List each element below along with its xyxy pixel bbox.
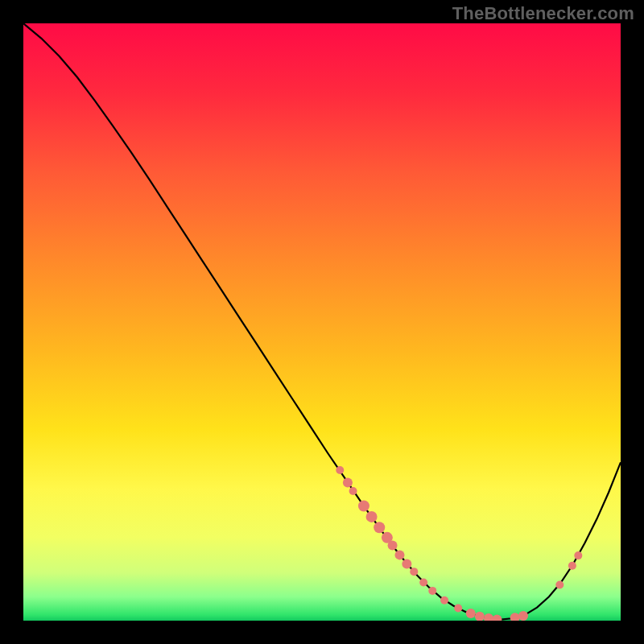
data-marker bbox=[366, 511, 378, 522]
data-marker bbox=[349, 487, 357, 495]
data-marker bbox=[343, 478, 353, 488]
data-marker bbox=[454, 604, 462, 612]
data-marker bbox=[568, 562, 576, 570]
watermark-text: TheBottlenecker.com bbox=[452, 3, 634, 24]
data-marker bbox=[394, 550, 404, 559]
data-marker bbox=[358, 501, 369, 512]
data-marker bbox=[428, 587, 436, 595]
data-marker bbox=[440, 597, 448, 605]
data-marker bbox=[466, 609, 476, 618]
chart-svg bbox=[23, 23, 621, 621]
data-marker bbox=[555, 580, 564, 588]
data-marker bbox=[419, 579, 427, 587]
data-marker bbox=[518, 611, 528, 621]
chart-plot-area bbox=[23, 23, 621, 621]
data-marker bbox=[402, 559, 411, 569]
data-marker bbox=[336, 466, 344, 474]
data-marker bbox=[374, 522, 385, 533]
data-marker bbox=[574, 551, 582, 559]
data-marker bbox=[410, 568, 418, 576]
data-marker bbox=[388, 541, 398, 551]
gradient-background bbox=[23, 23, 621, 621]
